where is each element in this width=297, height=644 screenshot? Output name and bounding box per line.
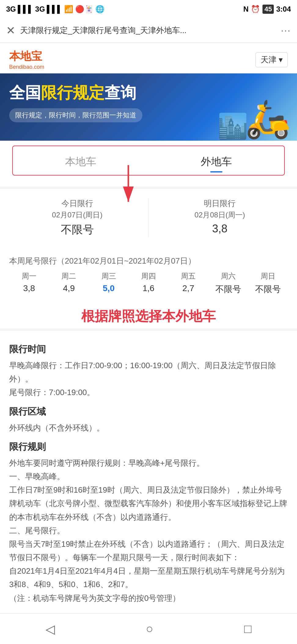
status-left: 3G ▌▌▌ 3G ▌▌▌ 📶 🔴🃏 🌐: [6, 5, 105, 13]
weekly-table: 周一 3,8 周二 4,9 周三 5,0 周四 1,6 周五 2,7 周六 不限…: [9, 271, 288, 295]
weekly-day-sat: 周六: [208, 271, 248, 281]
logo-sub: Bendibao.com: [9, 64, 44, 70]
hero-subtitle: 限行规定，限行时间，限行范围一并知道: [9, 108, 142, 122]
weekly-col-sat: 周六 不限号: [208, 271, 248, 295]
scooter-icon: 🛵: [245, 98, 291, 141]
alarm-icon: ⏰: [251, 5, 260, 13]
hero-title-part1: 全国: [9, 84, 41, 102]
tab-foreign-label: 外地车: [201, 156, 232, 167]
weekly-section: 本周尾号限行（2021年02月01日~2021年02月07日） 周一 3,8 周…: [0, 256, 297, 301]
weekly-num-sat: 不限号: [208, 283, 248, 295]
area-title: 限行区域: [9, 405, 288, 418]
tomorrow-date: 02月08日(周一): [152, 210, 288, 220]
weekly-col-tue: 周二 4,9: [49, 271, 89, 295]
tab-underline: [210, 171, 222, 172]
back-button[interactable]: ◁: [46, 622, 55, 636]
time-display: 3:04: [276, 5, 291, 13]
tomorrow-limit-col: 明日限行 02月08日(周一) 3,8: [152, 198, 288, 237]
tab-local-label: 本地车: [65, 156, 96, 167]
weekly-day-thu: 周四: [129, 271, 168, 281]
weekly-col-mon: 周一 3,8: [9, 271, 49, 295]
weekly-title: 本周尾号限行（2021年02月01日~2021年02月07日）: [9, 256, 288, 266]
battery-indicator: 45: [262, 5, 273, 14]
logo-text: 本地宝: [9, 49, 44, 64]
signal-bars: ▌▌▌: [18, 5, 33, 13]
weekly-num-fri: 2,7: [168, 283, 208, 293]
hero-banner: 全国限行规定查询 限行规定，限行时间，限行范围一并知道 🏙️ 🛵: [0, 73, 297, 141]
recents-button[interactable]: □: [244, 622, 251, 636]
tomorrow-label: 明日限行: [152, 198, 288, 209]
weekly-col-sun: 周日 不限号: [248, 271, 288, 295]
signal-icon: 3G: [6, 5, 16, 13]
weekly-day-wed: 周三: [89, 271, 129, 281]
weekly-num-tue: 4,9: [49, 283, 89, 293]
area-content: 外环线内（不含外环线）。: [9, 421, 288, 435]
status-right: N ⏰ 45 3:04: [243, 5, 291, 14]
buildings-icon: 🏙️: [218, 112, 248, 141]
red-arrow-svg: [98, 162, 159, 223]
weekly-day-mon: 周一: [9, 271, 49, 281]
browser-title: 天津限行规定_天津限行尾号查询_天津外地车...: [20, 25, 276, 36]
tab-foreign[interactable]: 外地车: [148, 146, 284, 175]
rule-title: 限行规则: [9, 441, 288, 453]
main-content: 本地宝 Bendibao.com 天津 ▾ 全国限行规定查询 限行规定，限行时间…: [0, 43, 297, 644]
globe-icon: 🌐: [95, 5, 105, 13]
time-title: 限行时间: [9, 343, 288, 356]
browser-bar: ✕ 天津限行规定_天津限行尾号查询_天津外地车... ···: [0, 18, 297, 43]
home-button[interactable]: ○: [146, 622, 153, 636]
nfc-icon: N: [243, 5, 248, 13]
weekly-day-sun: 周日: [248, 271, 288, 281]
app-icons: 🔴🃏: [75, 5, 94, 13]
more-button[interactable]: ···: [281, 25, 291, 36]
weekly-col-thu: 周四 1,6: [129, 271, 168, 295]
logo-area: 本地宝 Bendibao.com: [9, 49, 44, 70]
status-bar: 3G ▌▌▌ 3G ▌▌▌ 📶 🔴🃏 🌐 N ⏰ 45 3:04: [0, 0, 297, 18]
tomorrow-value: 3,8: [152, 222, 288, 235]
weekly-col-fri: 周五 2,7: [168, 271, 208, 295]
weekly-day-tue: 周二: [49, 271, 89, 281]
weekly-num-sun: 不限号: [248, 283, 288, 295]
today-value: 不限号: [9, 222, 145, 237]
weekly-col-wed: 周三 5,0: [89, 271, 129, 295]
arrow-container: [6, 180, 291, 183]
city-selector[interactable]: 天津 ▾: [255, 52, 288, 67]
weekly-num-mon: 3,8: [9, 283, 49, 293]
signal2-bars: ▌▌▌: [47, 5, 62, 13]
details-section: 限行时间 早晚高峰限行：工作日7:00-9:00；16:00-19:00（周六、…: [0, 328, 297, 611]
annotation-text: 根据牌照选择本外地车: [0, 301, 297, 328]
site-header: 本地宝 Bendibao.com 天津 ▾: [0, 43, 297, 73]
weekly-num-wed: 5,0: [89, 283, 129, 293]
nav-bar: ◁ ○ □: [0, 613, 297, 644]
weekly-num-thu: 1,6: [129, 283, 168, 293]
signal2-icon: 3G: [35, 5, 45, 13]
hero-title-part2: 限行规定: [41, 84, 105, 102]
wifi-icon: 📶: [64, 5, 73, 13]
hero-title-part3: 查询: [105, 84, 136, 102]
close-button[interactable]: ✕: [6, 24, 15, 37]
rule-content: 外地车要同时遵守两种限行规则：早晚高峰+尾号限行。 一、早晚高峰。 工作日7时至…: [9, 456, 288, 605]
time-content: 早晚高峰限行：工作日7:00-9:00；16:00-19:00（周六、周日及法定…: [9, 359, 288, 399]
weekly-day-fri: 周五: [168, 271, 208, 281]
